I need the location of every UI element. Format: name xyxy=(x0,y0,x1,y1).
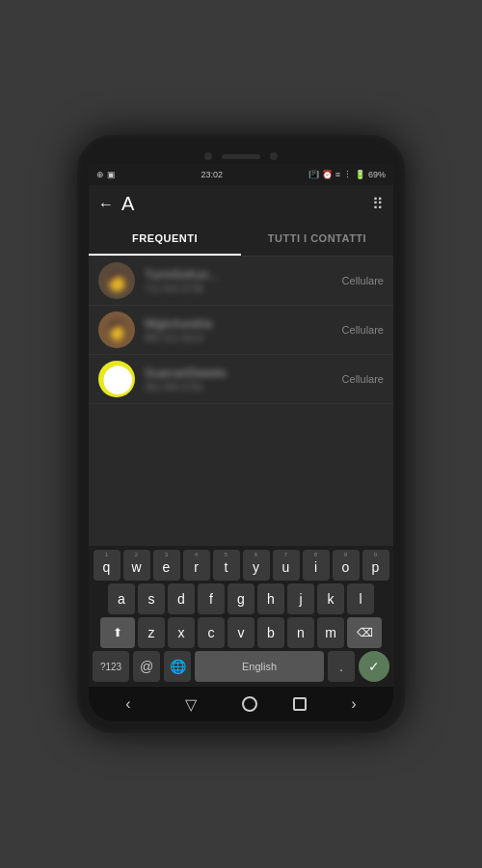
contact-item-2[interactable]: 👩 MiginAundria 882 512 8213 Cellulare xyxy=(89,306,393,355)
contact-list: 🧑 TurmiSoKun... 712 815 6736 Cellulare 👩… xyxy=(89,257,393,546)
key-d[interactable]: d xyxy=(168,583,195,614)
key-o[interactable]: 9o xyxy=(333,550,360,581)
key-w[interactable]: 2w xyxy=(123,550,150,581)
key-delete[interactable]: ⌫ xyxy=(347,617,382,648)
nav-bar: ‹ ▽ › xyxy=(89,687,393,721)
key-g[interactable]: g xyxy=(228,583,254,614)
key-b[interactable]: b xyxy=(257,617,284,648)
contact-item-1[interactable]: 🧑 TurmiSoKun... 712 815 6736 Cellulare xyxy=(89,257,393,306)
keyboard-row-3: ⬆ z x c v b n m ⌫ xyxy=(91,617,391,648)
status-right-icons: 📳 ⏰ ≡ ⋮ 🔋 69% xyxy=(308,170,386,179)
key-t[interactable]: 5t xyxy=(213,550,240,581)
key-u[interactable]: 7u xyxy=(273,550,300,581)
key-shift[interactable]: ⬆ xyxy=(100,617,135,648)
nav-circle[interactable] xyxy=(242,696,257,712)
back-button[interactable]: ← xyxy=(98,196,114,213)
contact-type-1: Cellulare xyxy=(342,275,384,286)
contact-type-2: Cellulare xyxy=(342,324,384,336)
key-c[interactable]: c xyxy=(198,617,225,648)
phone-screen: ⊕ ▣ 23:02 📳 ⏰ ≡ ⋮ 🔋 69% ← A ⠿ FREQUENTI xyxy=(89,147,393,721)
key-q[interactable]: 1q xyxy=(94,550,120,581)
key-space[interactable]: English xyxy=(195,651,324,682)
key-n[interactable]: n xyxy=(287,617,314,648)
key-x[interactable]: x xyxy=(168,617,195,648)
key-globe[interactable]: 🌐 xyxy=(164,651,191,682)
status-icon-1: ⊕ xyxy=(96,170,104,179)
key-k[interactable]: k xyxy=(317,583,344,614)
status-bar: ⊕ ▣ 23:02 📳 ⏰ ≡ ⋮ 🔋 69% xyxy=(89,164,393,185)
search-letter: A xyxy=(121,193,134,215)
key-period[interactable]: . xyxy=(328,651,355,682)
key-v[interactable]: v xyxy=(228,617,254,648)
avatar-face-2: 👩 xyxy=(98,312,135,348)
key-at[interactable]: @ xyxy=(133,651,160,682)
tab-tutti[interactable]: TUTTI I CONTATTI xyxy=(241,223,393,256)
key-i[interactable]: 8i xyxy=(303,550,330,581)
nav-back[interactable]: ‹ xyxy=(116,690,140,719)
key-l[interactable]: l xyxy=(347,583,374,614)
grid-icon[interactable]: ⠿ xyxy=(372,195,384,213)
key-symbols[interactable]: ?123 xyxy=(93,651,129,682)
phone-device: ⊕ ▣ 23:02 📳 ⏰ ≡ ⋮ 🔋 69% ← A ⠿ FREQUENTI xyxy=(77,135,405,733)
nav-forward[interactable]: › xyxy=(341,690,365,719)
key-f[interactable]: f xyxy=(198,583,225,614)
keyboard-space-row: ?123 @ 🌐 English . ✓ xyxy=(91,651,391,682)
header-left: ← A xyxy=(98,193,134,215)
keyboard-row-1: 1q 2w 3e 4r 5t 6y 7u 8i 9o 0p xyxy=(91,550,391,581)
key-r[interactable]: 4r xyxy=(183,550,210,581)
key-y[interactable]: 6y xyxy=(243,550,270,581)
keyboard-row-2: a s d f g h j k l xyxy=(91,583,391,614)
contact-type-3: Cellulare xyxy=(342,373,384,385)
front-camera-2 xyxy=(270,152,278,160)
contact-avatar-2: 👩 xyxy=(98,312,135,348)
status-left-icons: ⊕ ▣ xyxy=(96,170,116,179)
key-m[interactable]: m xyxy=(317,617,344,648)
nav-square[interactable] xyxy=(293,697,307,711)
signal-icon: ≡ xyxy=(335,170,340,179)
key-h[interactable]: h xyxy=(257,583,284,614)
key-enter[interactable]: ✓ xyxy=(359,651,389,682)
phone-top-bar xyxy=(89,147,393,164)
battery-icon: 🔋 xyxy=(355,170,365,179)
battery-percent: 69% xyxy=(368,170,386,179)
front-camera xyxy=(204,152,212,160)
tab-frequenti[interactable]: FREQUENTI xyxy=(89,223,241,256)
key-a[interactable]: a xyxy=(108,583,135,614)
app-header: ← A ⠿ xyxy=(89,185,393,223)
key-s[interactable]: s xyxy=(138,583,165,614)
keyboard: 1q 2w 3e 4r 5t 6y 7u 8i 9o 0p a s d f g … xyxy=(89,546,393,687)
contact-avatar-3: ⬤ xyxy=(98,361,135,397)
key-j[interactable]: j xyxy=(287,583,314,614)
tabs: FREQUENTI TUTTI I CONTATTI xyxy=(89,223,393,257)
more-icon: ⋮ xyxy=(343,170,352,179)
avatar-face-1: 🧑 xyxy=(98,262,135,299)
key-e[interactable]: 3e xyxy=(153,550,180,581)
key-p[interactable]: 0p xyxy=(362,550,389,581)
key-z[interactable]: z xyxy=(138,617,165,648)
contact-item-3[interactable]: ⬤ SuarcariDweets 362 994 6781 Cellulare xyxy=(89,355,393,404)
status-icon-2: ▣ xyxy=(107,170,116,179)
status-time: 23:02 xyxy=(201,170,224,179)
nav-home[interactable]: ▽ xyxy=(175,690,206,719)
vibrate-icon: 📳 xyxy=(308,170,319,179)
speaker xyxy=(222,154,260,159)
contact-avatar-1: 🧑 xyxy=(98,262,135,299)
alarm-icon: ⏰ xyxy=(322,170,333,179)
